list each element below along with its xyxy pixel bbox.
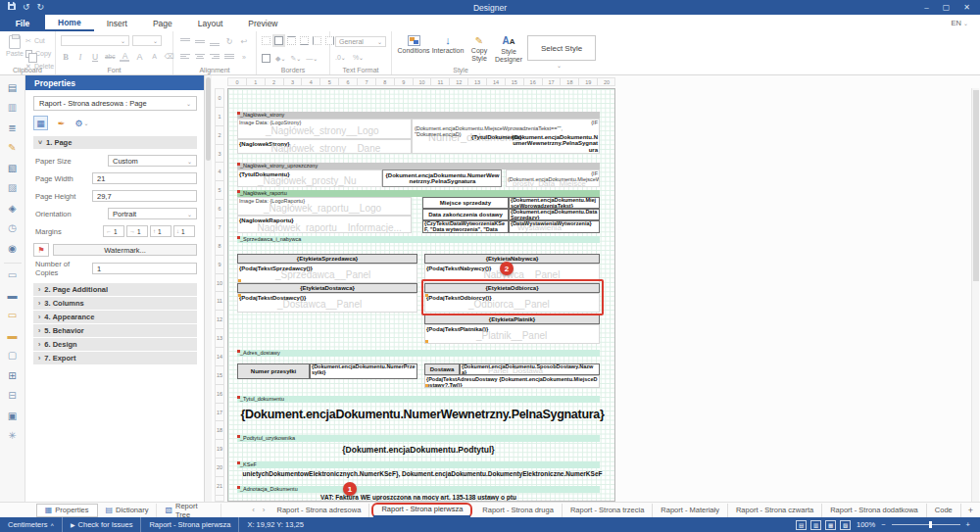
border-left-button[interactable] <box>313 36 321 45</box>
watermark-button[interactable]: Watermark... <box>53 244 197 256</box>
view-mode-button[interactable]: ▧ <box>840 520 851 530</box>
border-outside-button[interactable] <box>262 54 270 63</box>
sale-info-table-row1[interactable]: Miejsce sprzedaży {Dokument.encjaDokumen… <box>422 197 600 209</box>
align-top-button[interactable] <box>180 38 190 46</box>
toolbox-component-icon[interactable]: ◉ <box>4 239 22 257</box>
clear-format-button[interactable]: ⌫ <box>164 51 173 62</box>
collapsed-section-header[interactable]: 3. Columns <box>33 297 197 310</box>
style-gallery-expand[interactable]: ⌄ <box>557 62 562 69</box>
toolbox-component-icon[interactable]: ▧ <box>4 159 22 176</box>
band-page-header[interactable]: _Nagłówek_strony <box>237 112 600 119</box>
supplier-panel[interactable]: {PodajTekstDostawcy()} _Dostawca__Panel <box>237 293 417 313</box>
page-tab-strona-czwarta[interactable]: Raport - Strona czwarta <box>728 504 822 517</box>
sale-info-table-row2[interactable]: Data zakończenia dostawy {Dokument.encja… <box>422 209 600 220</box>
margin-input[interactable]: ←1 <box>103 225 124 237</box>
payer-label-cell[interactable]: {EtykietaPlatnik} <box>424 314 600 324</box>
grow-font-button[interactable]: A <box>134 51 144 62</box>
copies-input[interactable] <box>92 263 197 274</box>
border-top-button[interactable] <box>287 36 296 45</box>
panel-tab-report-tree[interactable]: ▧Report Tree <box>157 504 221 517</box>
paper-size-select[interactable]: Custom⌄ <box>108 155 197 167</box>
copy-style-button[interactable]: ✎ Copy Style <box>466 35 492 63</box>
margin-input[interactable]: →1 <box>126 225 148 237</box>
document-title-text[interactable]: {Dokument.encjaDokumentu.NumerWewnetrzny… <box>230 408 614 421</box>
ksef-text[interactable]: unietychDokumentowElektronicznych.NumerK… <box>228 470 615 477</box>
collapsed-section-header[interactable]: 7. Export <box>33 352 197 364</box>
text-rotate-button[interactable]: ↻ <box>224 36 234 47</box>
file-menu-button[interactable]: File <box>0 15 45 31</box>
page-tabs-scroll-right[interactable]: › <box>259 506 270 514</box>
toolbox-component-icon[interactable]: ▨ <box>4 179 22 197</box>
word-wrap-button[interactable]: ↩ <box>239 36 249 47</box>
recipient-panel[interactable]: {PodajTekstOdbiorcy()} _Odbiorca__Panel <box>424 293 600 313</box>
tab-preview[interactable]: Preview <box>235 15 290 31</box>
border-color-button[interactable]: ✎⌄ <box>290 53 301 64</box>
toolbox-component-icon[interactable]: ▣ <box>4 407 22 424</box>
page-tab-strona-druga[interactable]: Raport - Strona druga <box>474 504 563 517</box>
select-style-box[interactable]: Select Style <box>527 35 596 61</box>
page-tab-strona-dodatkowa[interactable]: Raport - Strona dodatkowa <box>822 504 927 517</box>
band-page-header-simple[interactable]: _Nagłówek_strony_uproszczony <box>237 163 600 169</box>
section-page-header[interactable]: ˅ 1. Page <box>33 136 197 149</box>
page-width-input[interactable] <box>92 172 197 184</box>
text-format-select[interactable]: General⌄ <box>335 36 386 47</box>
view-mode-button[interactable]: ▤ <box>796 520 807 530</box>
sale-info-table-row3[interactable]: {CzyTekstDataWytworzeniaKSeF, "Data wytw… <box>422 220 600 233</box>
align-left-button[interactable] <box>180 54 190 62</box>
toolbox-component-icon[interactable]: ▭ <box>4 263 22 284</box>
toolbox-component-icon[interactable]: ⊞ <box>4 366 22 384</box>
vat-annotation-text[interactable]: VAT: Faktura WE uproszczona na mocy art.… <box>237 494 600 501</box>
payer-panel[interactable]: {PodajTekstPlatnika()} _Platnik__Panel <box>424 324 600 344</box>
cut-button[interactable]: ✂Cut <box>25 35 54 46</box>
border-style-button[interactable]: —⌄ <box>306 53 318 64</box>
border-all-button[interactable] <box>274 36 283 45</box>
shipment-number-row[interactable]: Numer przesyłki {Dokument.encjaDokumentu… <box>237 363 417 379</box>
seller-label-cell[interactable]: {EtykietaSprzedawca} <box>237 254 417 264</box>
zoom-in-button[interactable]: + <box>966 520 970 529</box>
properties-settings-button[interactable]: ⚙⌄ <box>74 116 89 130</box>
zoom-out-button[interactable]: − <box>881 520 885 529</box>
indent-button[interactable]: » <box>239 52 249 63</box>
align-bottom-button[interactable] <box>210 38 220 46</box>
report-header-info-cell[interactable]: {NaglowekRaportu} _Nagłówek_raportu__Inf… <box>237 216 412 233</box>
toolbox-component-icon[interactable]: ✳ <box>4 427 22 445</box>
canvas-vertical-scrollbar[interactable] <box>971 88 979 502</box>
align-right-button[interactable] <box>210 54 220 62</box>
conditions-button[interactable]: Conditions <box>398 35 429 55</box>
maximize-button[interactable]: ▢ <box>943 3 951 12</box>
page-tab-strona-pierwsza[interactable]: Raport - Strona pierwsza <box>373 504 470 517</box>
report-header-logo-cell[interactable]: Image Data: {LogoRaportu} _Nagłówek_rapo… <box>237 197 412 216</box>
properties-scrollbar[interactable] <box>205 75 212 502</box>
band-ksef[interactable]: _KSeF <box>237 461 600 468</box>
toolbox-component-icon[interactable]: ⊟ <box>4 387 22 405</box>
font-family-select[interactable]: ⌄ <box>61 35 129 46</box>
supplier-label-cell[interactable]: {EtykietaDostawca} <box>237 283 417 293</box>
recipient-label-cell[interactable]: {EtykietaOdbiorca} <box>424 283 600 293</box>
toolbox-component-icon[interactable]: ▤ <box>4 78 22 96</box>
band-subtitle[interactable]: _Podtytul_uzytkownika <box>237 435 600 442</box>
copy-button[interactable]: Copy <box>25 48 54 59</box>
band-seller-buyer[interactable]: _Sprzedawca_i_nabywca <box>237 236 600 243</box>
page-tab-materialy[interactable]: Raport - Materiały <box>653 504 728 517</box>
page-tab-code[interactable]: Code <box>927 504 961 517</box>
zoom-slider-thumb[interactable] <box>929 521 932 528</box>
page-header-number-cell[interactable]: Numer_dokumentu {IF (Dokument.encjaDokum… <box>412 119 600 154</box>
margin-input[interactable]: ↓1 <box>173 225 195 237</box>
toolbox-component-icon[interactable]: ▬ <box>4 286 22 304</box>
font-color-button[interactable]: A <box>120 51 129 62</box>
panel-tab-properties[interactable]: ▦Properties <box>36 504 98 517</box>
toolbox-component-icon[interactable]: ◈ <box>4 199 22 217</box>
fill-color-button[interactable]: ◆⌄ <box>275 53 285 64</box>
band-annotation[interactable]: _Adnotacja_Dokumentu <box>237 486 600 493</box>
italic-button[interactable]: I <box>75 51 85 62</box>
buyer-label-cell[interactable]: {EtykietaNabywca} <box>424 254 600 264</box>
simple-header-place-cell[interactable]: {IF (Dokument.encjaDokumentu.MiejsceWpro… <box>506 169 600 187</box>
bold-button[interactable]: B <box>61 51 71 62</box>
tab-insert[interactable]: Insert <box>94 15 140 31</box>
toolbox-component-icon[interactable]: ≣ <box>4 119 22 136</box>
page-header-logo-cell[interactable]: Image Data: {LogoStrony} _Nagłówek_stron… <box>237 119 412 139</box>
properties-grid-view-button[interactable]: ▦ <box>33 116 48 130</box>
zoom-slider[interactable] <box>892 524 960 525</box>
collapsed-section-header[interactable]: 2. Page Additional <box>33 283 197 296</box>
close-button[interactable]: ✕ <box>963 3 970 12</box>
